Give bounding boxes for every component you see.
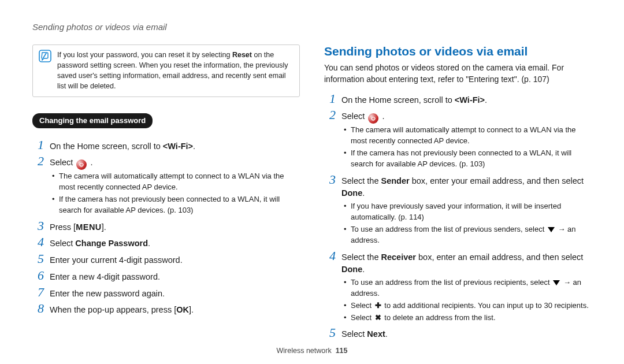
step-number: 1 — [32, 139, 44, 151]
step-2: 2 Select . — [324, 109, 592, 124]
left-step-list: 1 On the Home screen, scroll to <Wi-Fi>.… — [32, 139, 300, 317]
bullet: Select ✖ to delete an address from the l… — [344, 313, 592, 324]
bullet: The camera will automatically attempt to… — [344, 125, 592, 147]
bullet: If you have previously saved your inform… — [344, 201, 592, 223]
step-number: 1 — [324, 92, 336, 105]
two-column-layout: If you lost your password, you can reset… — [32, 44, 592, 342]
step-1: 1 On the Home screen, scroll to <Wi-Fi>. — [324, 92, 592, 107]
plus-icon: ✚ — [375, 300, 381, 311]
down-triangle-icon — [548, 227, 555, 232]
note-text: If you lost your password, you can reset… — [57, 50, 294, 92]
email-app-icon — [76, 159, 87, 170]
step-body: Select Next. — [341, 326, 388, 341]
step-number: 2 — [324, 109, 336, 121]
step-4-bullets: To use an address from the list of previ… — [324, 277, 592, 323]
step-6: 6 Enter a new 4-digit password. — [32, 269, 300, 284]
ok-button-glyph: OK — [176, 305, 189, 314]
step-body: Select Change Password. — [50, 236, 150, 250]
step-number: 2 — [32, 155, 44, 168]
step-body: Select the Sender box, enter your email … — [341, 173, 592, 200]
step-2: 2 Select . — [32, 155, 300, 170]
step-body: Press [MENU]. — [50, 220, 106, 234]
step-8: 8 When the pop-up appears, press [OK]. — [32, 302, 300, 317]
bullet: If the camera has not previously been co… — [52, 194, 300, 216]
step-2-bullets: The camera will automatically attempt to… — [32, 171, 300, 216]
page-footer: Wireless network 115 — [0, 347, 624, 355]
section-title: Sending photos or videos via email — [324, 44, 592, 58]
email-app-icon — [368, 113, 378, 124]
bullet: To use an address from the list of previ… — [344, 224, 592, 246]
footer-page-number: 115 — [336, 347, 348, 355]
footer-section: Wireless network — [277, 347, 332, 355]
step-number: 3 — [32, 220, 44, 232]
step-4: 4 Select Change Password. — [32, 236, 300, 250]
bullet: To use an address from the list of previ… — [344, 277, 592, 299]
svg-rect-0 — [39, 50, 51, 62]
left-column: If you lost your password, you can reset… — [32, 44, 300, 342]
down-triangle-icon — [553, 280, 560, 285]
step-body: Select the Receiver box, enter an email … — [341, 250, 592, 277]
step-5: 5 Select Next. — [324, 326, 592, 341]
step-body: On the Home screen, scroll to <Wi-Fi>. — [341, 92, 487, 107]
step-number: 7 — [32, 286, 44, 299]
page-header-breadcrumb: Sending photos or videos via email — [32, 22, 592, 32]
step-number: 4 — [32, 236, 44, 248]
step-3-bullets: If you have previously saved your inform… — [324, 201, 592, 246]
step-number: 3 — [324, 173, 336, 186]
note-reset-word: Reset — [232, 51, 252, 59]
step-body: When the pop-up appears, press [OK]. — [50, 302, 194, 317]
step-body: Select . — [50, 155, 92, 170]
step-body: Enter a new 4-digit password. — [50, 269, 160, 284]
step-body: On the Home screen, scroll to <Wi-Fi>. — [50, 139, 195, 153]
step-number: 6 — [32, 269, 44, 282]
section-intro: You can send photos or videos stored on … — [324, 62, 592, 86]
step-7: 7 Enter the new password again. — [32, 286, 300, 300]
step-number: 8 — [32, 302, 44, 315]
step-number: 4 — [324, 250, 336, 262]
step-3: 3 Press [MENU]. — [32, 220, 300, 234]
right-column: Sending photos or videos via email You c… — [324, 44, 592, 342]
bullet: The camera will automatically attempt to… — [52, 171, 300, 193]
menu-button-glyph: MENU — [76, 222, 102, 232]
step-number: 5 — [324, 326, 336, 339]
x-icon: ✖ — [375, 313, 381, 324]
note-box: If you lost your password, you can reset… — [32, 44, 300, 97]
bullet: If the camera has not previously been co… — [344, 148, 592, 170]
step-body: Enter your current 4-digit password. — [50, 252, 183, 267]
subsection-pill: Changing the email password — [32, 113, 153, 128]
step-2-bullets: The camera will automatically attempt to… — [324, 125, 592, 169]
step-1: 1 On the Home screen, scroll to <Wi-Fi>. — [32, 139, 300, 153]
page: Sending photos or videos via email If yo… — [0, 0, 624, 364]
step-body: Enter the new password again. — [50, 286, 165, 300]
step-number: 5 — [32, 252, 44, 265]
note-icon — [39, 50, 51, 65]
step-body: Select . — [341, 109, 384, 124]
step-5: 5 Enter your current 4-digit password. — [32, 252, 300, 267]
step-3: 3 Select the Sender box, enter your emai… — [324, 173, 592, 200]
step-4: 4 Select the Receiver box, enter an emai… — [324, 250, 592, 277]
bullet: Select ✚ to add additional recipients. Y… — [344, 300, 592, 311]
right-step-list: 1 On the Home screen, scroll to <Wi-Fi>.… — [324, 92, 592, 341]
